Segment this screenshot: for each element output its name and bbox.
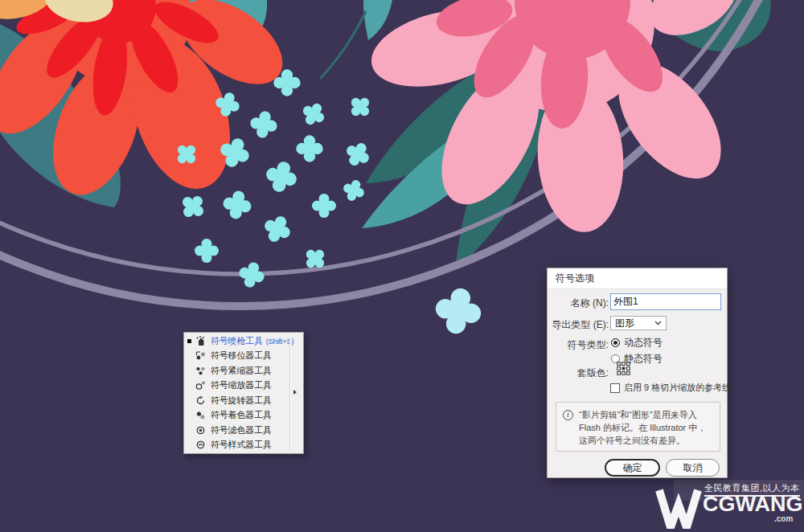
symbol-styler-icon bbox=[194, 440, 207, 450]
name-label: 名称 (N): bbox=[548, 297, 609, 310]
symbol-sizer-icon bbox=[194, 380, 207, 391]
symbol-sprayer-icon bbox=[194, 336, 207, 346]
tearoff-arrow-icon[interactable] bbox=[293, 390, 297, 395]
watermark-suffix: .com bbox=[774, 514, 793, 523]
symbol-options-dialog: 符号选项 名称 (N): 导出类型 (E): 图形 符号类型: 动态符号 静态符… bbox=[547, 268, 728, 478]
symbol-tools-flyout: 符号喷枪工具 (Shift+S) 符号移位器工具 符号紧缩器工具 符号缩放器工具 bbox=[183, 332, 304, 454]
tool-item-label: 符号着色器工具 bbox=[211, 409, 272, 421]
info-icon: i bbox=[563, 410, 573, 420]
current-tool-marker bbox=[184, 339, 194, 343]
symbol-stainer-icon bbox=[194, 410, 207, 420]
radio-selected-icon bbox=[611, 338, 620, 347]
tool-item-label: 符号移位器工具 bbox=[211, 350, 272, 362]
export-type-label: 导出类型 (E): bbox=[548, 318, 609, 332]
tool-item-label: 符号紧缩器工具 bbox=[211, 365, 272, 377]
symbol-scruncher-icon bbox=[194, 366, 207, 376]
registration-point-grid-icon[interactable] bbox=[617, 362, 630, 375]
checkbox-unchecked-icon bbox=[610, 383, 620, 393]
cgwang-w-logo bbox=[654, 487, 703, 529]
symbol-spinner-icon bbox=[194, 395, 207, 406]
registration-label: 套版色: bbox=[548, 366, 609, 380]
tool-item-symbol-shifter[interactable]: 符号移位器工具 bbox=[184, 349, 303, 364]
symbol-shifter-icon bbox=[194, 350, 207, 361]
slice-scaling-checkbox-row[interactable]: 启用 9 格切片缩放的参考线 bbox=[610, 382, 731, 394]
symbol-type-label: 符号类型: bbox=[548, 338, 609, 352]
symbol-screener-icon bbox=[194, 425, 207, 436]
slice-scaling-label: 启用 9 格切片缩放的参考线 bbox=[624, 382, 731, 394]
dialog-title: 符号选项 bbox=[556, 272, 594, 285]
chevron-down-icon bbox=[654, 321, 662, 325]
tool-item-symbol-scruncher[interactable]: 符号紧缩器工具 bbox=[184, 363, 303, 379]
tool-item-label: 符号缩放器工具 bbox=[211, 379, 272, 391]
tool-item-symbol-spinner[interactable]: 符号旋转器工具 bbox=[184, 393, 303, 408]
watermark-brand: CGWANG bbox=[703, 493, 803, 517]
tool-item-label: 符号样式器工具 bbox=[211, 439, 272, 451]
symbol-name-input[interactable] bbox=[610, 293, 721, 310]
tool-item-symbol-sizer[interactable]: 符号缩放器工具 bbox=[184, 379, 303, 394]
radio-dynamic-label: 动态符号 bbox=[624, 336, 662, 350]
cgwang-watermark: 全民教育集团,以人为本 CGWANG .com bbox=[653, 477, 804, 532]
illustrator-canvas[interactable]: 符号喷枪工具 (Shift+S) 符号移位器工具 符号紧缩器工具 符号缩放器工具 bbox=[0, 0, 804, 532]
tool-item-symbol-stainer[interactable]: 符号着色器工具 bbox=[184, 408, 303, 424]
ok-button[interactable]: 确定 bbox=[605, 459, 660, 477]
export-type-dropdown[interactable]: 图形 bbox=[610, 316, 667, 330]
cancel-button[interactable]: 取消 bbox=[666, 459, 720, 477]
tool-item-label: 符号旋转器工具 bbox=[211, 395, 272, 407]
dialog-info-box: i “影片剪辑”和“图形”是用来导入 Flash 的标记。在 Illustrat… bbox=[556, 402, 720, 452]
export-type-value: 图形 bbox=[615, 317, 654, 330]
tool-item-symbol-sprayer[interactable]: 符号喷枪工具 (Shift+S) bbox=[184, 334, 303, 349]
flyout-divider bbox=[289, 335, 291, 451]
radio-dynamic-symbol[interactable]: 动态符号 bbox=[611, 336, 662, 350]
tool-item-label: 符号滤色器工具 bbox=[211, 424, 272, 436]
tool-item-symbol-screener[interactable]: 符号滤色器工具 bbox=[184, 423, 303, 438]
tool-item-label: 符号喷枪工具 bbox=[211, 335, 263, 347]
dialog-titlebar[interactable]: 符号选项 bbox=[548, 268, 727, 289]
info-text: “影片剪辑”和“图形”是用来导入 Flash 的标记。在 Illustrator… bbox=[579, 410, 706, 445]
tool-item-symbol-styler[interactable]: 符号样式器工具 bbox=[184, 438, 303, 453]
